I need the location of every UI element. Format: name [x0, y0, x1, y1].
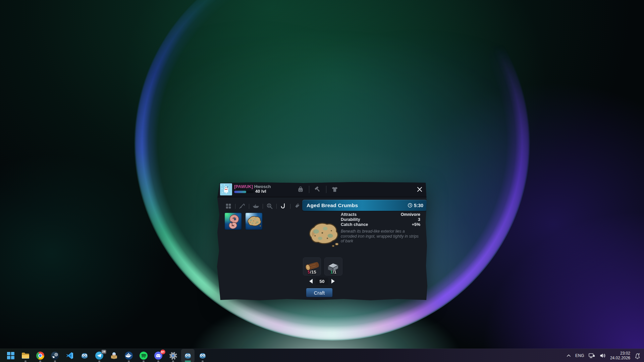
wood-log-icon[interactable]: 5/15: [303, 257, 321, 276]
godot-icon: [199, 352, 207, 360]
item-description: Beneath its bread-like exterior lies a c…: [341, 229, 420, 244]
taskbar-item-spotify[interactable]: [137, 349, 150, 362]
anime-box-icon: [110, 352, 118, 360]
quantity-selector: 50: [304, 277, 340, 285]
folder-icon: [21, 352, 30, 360]
xp-progress-fill: [234, 191, 246, 193]
player-name: [PAWUK] Hwosch: [234, 184, 271, 189]
iron-ingot-icon[interactable]: 1/1: [324, 257, 342, 276]
tray-date: 24.02.2026: [610, 356, 630, 360]
net-icon[interactable]: [266, 202, 274, 210]
vscode-icon: [66, 352, 74, 360]
stat-row: Catch chance +5%: [341, 222, 420, 227]
gear-icon: [169, 352, 177, 360]
ingredient-count: 1/1: [325, 269, 342, 275]
item-stats: Attracts Omnivore Durability 3 Catch cha…: [341, 212, 420, 227]
header-separator: [326, 186, 326, 193]
quantity-increase-icon[interactable]: [331, 279, 335, 284]
system-tray: ENG 23:02 24.02.2026 z: [566, 349, 641, 362]
running-indicator: [172, 361, 174, 362]
boat-icon[interactable]: [252, 202, 260, 210]
notification-bell-dnd-icon[interactable]: z: [634, 353, 641, 359]
active-running-indicator: [185, 361, 191, 362]
taskbar-item-steam[interactable]: [48, 349, 62, 362]
start-button[interactable]: [4, 349, 17, 362]
taskbar-item-godot-project[interactable]: [196, 349, 209, 362]
taskbar-item-file-explorer[interactable]: [19, 349, 32, 362]
craft-button[interactable]: Craft: [306, 288, 333, 297]
hammer-icon[interactable]: [314, 186, 321, 193]
godot-icon: [80, 352, 89, 360]
player-clan-tag: [PAWUK]: [234, 184, 253, 189]
shirt-icon[interactable]: [331, 186, 338, 193]
hook-icon[interactable]: [279, 202, 287, 210]
ingredient-count: 5/15: [303, 269, 321, 275]
taskbar-item-discord[interactable]: 9+: [152, 349, 165, 362]
windows-logo-icon: [7, 352, 14, 359]
steam-icon: [51, 352, 59, 360]
crafting-window-panel: [PAWUK] Hwosch 40 lvl: [216, 182, 428, 301]
godot-icon: [184, 352, 192, 360]
taskbar-item-godot[interactable]: [78, 349, 91, 362]
player-nickname: Hwosch: [254, 184, 271, 189]
notification-badge: 28: [101, 350, 106, 354]
clock-icon: [408, 203, 413, 208]
item-detail-header: Aged Bread Crumbs 5:30: [302, 200, 427, 211]
chrome-icon: [36, 352, 44, 360]
taskbar-clock[interactable]: 23:02 24.02.2026: [610, 351, 630, 360]
running-indicator: [54, 361, 56, 362]
tab-separator: [235, 204, 235, 209]
taskbar-item-anime-box-app[interactable]: [107, 349, 121, 362]
player-level: 40 lvl: [255, 189, 271, 194]
grid-icon[interactable]: [224, 202, 232, 210]
close-icon[interactable]: [416, 186, 423, 193]
header-separator: [309, 186, 309, 193]
taskbar: 28: [0, 349, 644, 362]
running-indicator: [128, 361, 130, 362]
desktop-wallpaper: [0, 0, 644, 362]
player-avatar[interactable]: [220, 183, 232, 195]
docker-icon: [125, 352, 133, 360]
running-indicator: [143, 361, 145, 362]
notification-badge: 9+: [160, 350, 165, 354]
running-indicator: [24, 361, 26, 362]
crafting-window: [PAWUK] Hwosch 40 lvl: [216, 182, 428, 301]
craft-category-tabs: [224, 201, 301, 211]
taskbar-item-settings[interactable]: [166, 349, 180, 362]
taskbar-item-docker[interactable]: [122, 349, 136, 362]
peg-icon[interactable]: [293, 202, 301, 210]
taskbar-item-telegram[interactable]: 28: [93, 349, 106, 362]
language-indicator[interactable]: ENG: [575, 353, 584, 358]
taskbar-apps: 28: [4, 349, 209, 362]
chevron-up-icon[interactable]: [566, 354, 571, 358]
network-icon[interactable]: [588, 353, 595, 359]
xp-progress-bar: [234, 191, 254, 193]
taskbar-item-chrome[interactable]: [34, 349, 47, 362]
fishing-rod-icon[interactable]: [238, 202, 246, 210]
stat-row: Durability 3: [341, 217, 420, 222]
svg-text:z: z: [639, 353, 640, 355]
volume-icon[interactable]: [599, 353, 606, 359]
taskbar-item-godot-editor[interactable]: [181, 349, 195, 362]
tray-time: 23:02: [610, 351, 630, 356]
backpack-icon[interactable]: [297, 186, 304, 193]
craft-time: 5:30: [408, 203, 423, 208]
spotify-icon: [140, 352, 148, 360]
window-header-actions: [297, 182, 338, 197]
tab-separator: [290, 204, 290, 209]
tab-separator: [263, 204, 263, 209]
ingredients-list: 5/15 1/1: [303, 257, 342, 276]
worm-bait-icon[interactable]: [224, 213, 242, 230]
bread-crumbs-icon[interactable]: [245, 213, 263, 230]
window-header: [PAWUK] Hwosch 40 lvl: [216, 182, 428, 197]
taskbar-item-vscode[interactable]: [63, 349, 76, 362]
tab-separator: [249, 204, 249, 209]
item-artwork: [305, 219, 341, 248]
running-indicator: [39, 361, 41, 362]
quantity-value[interactable]: 50: [316, 278, 328, 285]
running-indicator: [98, 361, 100, 362]
craft-time-value: 5:30: [414, 203, 423, 208]
running-indicator: [202, 361, 204, 362]
quantity-decrease-icon[interactable]: [309, 279, 313, 284]
item-title: Aged Bread Crumbs: [307, 202, 408, 208]
